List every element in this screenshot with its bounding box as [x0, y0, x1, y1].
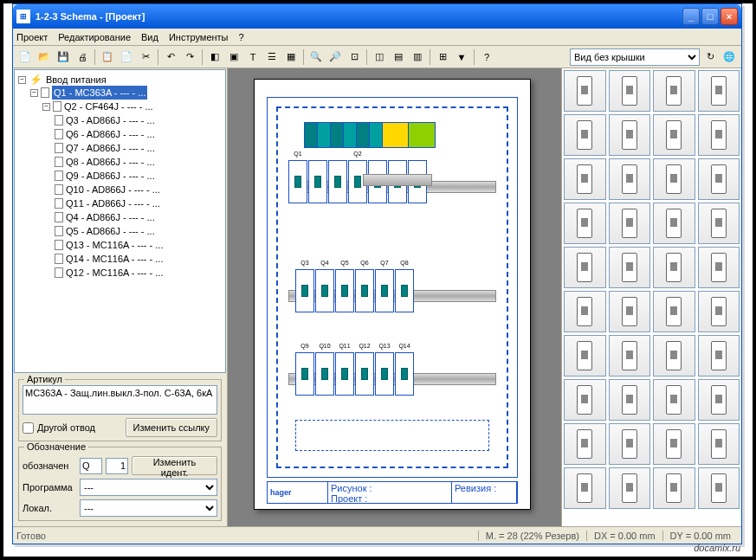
tool-e-icon[interactable]: ▤ [390, 48, 407, 66]
palette-item[interactable] [564, 423, 606, 465]
drawing-canvas[interactable]: Q1Q2 Q3Q4Q5Q6Q7Q8 Q9Q10Q11Q12Q13Q14 hage… [228, 68, 561, 526]
menu-help[interactable]: ? [239, 32, 244, 42]
tree-root-label[interactable]: Ввод питания [46, 74, 107, 85]
palette-item[interactable] [609, 291, 651, 332]
tree-item-q2[interactable]: Q2 - CF464J - --- - ... [64, 100, 153, 113]
palette-item[interactable] [564, 158, 606, 200]
tool-d-icon[interactable]: ◫ [371, 48, 388, 66]
palette-item[interactable] [653, 379, 695, 421]
palette-item[interactable] [653, 70, 695, 112]
device[interactable]: Q12 [355, 352, 374, 396]
device[interactable]: Q10 [315, 352, 334, 396]
palette-item[interactable] [653, 423, 695, 465]
tree-item[interactable]: Q9 - AD866J - --- - ... [66, 169, 155, 183]
tree-item[interactable]: Q12 - MC116A - --- - ... [66, 266, 163, 280]
palette-item[interactable] [698, 203, 740, 244]
tree-item[interactable]: Q11 - AD866J - --- - ... [66, 196, 160, 210]
palette-item[interactable] [698, 423, 740, 465]
palette-item[interactable] [564, 379, 606, 421]
palette-item[interactable] [564, 70, 606, 112]
close-button[interactable]: × [720, 8, 738, 25]
maximize-button[interactable]: □ [701, 8, 719, 25]
palette-item[interactable] [564, 467, 606, 509]
palette-item[interactable] [609, 423, 651, 465]
menu-project[interactable]: Проект [16, 32, 48, 42]
tool-a-icon[interactable]: ◧ [206, 48, 223, 66]
device[interactable]: Q6 [355, 269, 374, 312]
paste-icon[interactable]: 📄 [118, 48, 135, 66]
palette-item[interactable] [698, 291, 740, 332]
device[interactable]: Q4 [315, 269, 334, 312]
device[interactable]: Q3 [295, 269, 314, 312]
device[interactable]: Q14 [395, 352, 414, 396]
device[interactable] [328, 160, 347, 203]
tree-item[interactable]: Q7 - AD866J - --- - ... [66, 141, 155, 155]
change-link-button[interactable]: Изменить ссылку [126, 418, 217, 437]
print-icon[interactable]: 🖨 [74, 48, 91, 66]
menu-view[interactable]: Вид [141, 32, 158, 42]
palette-item[interactable] [653, 114, 695, 156]
tool-f-icon[interactable]: ▥ [409, 48, 426, 66]
zoom-fit-icon[interactable]: ⊡ [346, 48, 363, 66]
tree-item[interactable]: Q4 - AD866J - --- - ... [66, 210, 155, 224]
tree-item[interactable]: Q14 - MC116A - --- - ... [66, 252, 163, 266]
palette-item[interactable] [609, 247, 651, 288]
menu-tools[interactable]: Инструменты [169, 32, 229, 42]
designation-num-input[interactable] [106, 458, 128, 474]
palette-item[interactable] [653, 291, 695, 332]
designation-prefix-input[interactable] [80, 458, 102, 474]
palette-item[interactable] [609, 203, 651, 244]
text-icon[interactable]: T [244, 48, 262, 66]
palette-item[interactable] [653, 467, 695, 509]
tool-h-icon[interactable]: ▼ [453, 48, 470, 66]
palette-item[interactable] [609, 335, 651, 377]
globe-icon[interactable]: 🌐 [720, 48, 738, 66]
list-icon[interactable]: ☰ [263, 48, 281, 66]
view-selector[interactable]: Вид без крышки [570, 48, 700, 66]
palette-item[interactable] [698, 70, 740, 112]
program-select[interactable]: --- [80, 479, 217, 496]
device[interactable]: Q7 [375, 269, 394, 312]
project-tree[interactable]: −⚡Ввод питания −Q1 - MC363A - --- - ... … [14, 69, 226, 373]
zoom-in-icon[interactable]: 🔍 [307, 48, 325, 66]
tree-item[interactable]: Q6 - AD866J - --- - ... [66, 127, 155, 141]
palette-item[interactable] [653, 247, 695, 288]
zoom-out-icon[interactable]: 🔎 [326, 48, 344, 66]
save-icon[interactable]: 💾 [55, 48, 72, 66]
device[interactable]: Q13 [375, 352, 394, 396]
open-icon[interactable]: 📂 [36, 48, 53, 66]
redo-icon[interactable]: ↷ [181, 48, 198, 66]
device[interactable]: Q9 [295, 352, 314, 396]
tree-item[interactable]: Q8 - AD866J - --- - ... [66, 155, 155, 169]
new-icon[interactable]: 📄 [16, 48, 34, 66]
palette-item[interactable] [564, 114, 606, 156]
change-ident-button[interactable]: Изменить идент. [132, 456, 217, 475]
tree-item[interactable]: Q5 - AD866J - --- - ... [66, 224, 155, 238]
other-outlet-checkbox[interactable] [23, 422, 34, 434]
palette-item[interactable] [698, 247, 740, 288]
device[interactable]: Q8 [395, 269, 414, 312]
palette-item[interactable] [653, 335, 695, 377]
palette-item[interactable] [564, 203, 606, 244]
tool-b-icon[interactable]: ▣ [225, 48, 242, 66]
palette-item[interactable] [698, 379, 740, 421]
component-palette[interactable] [561, 68, 741, 526]
palette-item[interactable] [609, 114, 651, 156]
tool-g-icon[interactable]: ⊞ [434, 48, 451, 66]
refresh-icon[interactable]: ↻ [701, 48, 719, 66]
copy-icon[interactable]: 📋 [99, 48, 116, 66]
tree-item-q1[interactable]: Q1 - MC363A - --- - ... [52, 86, 147, 100]
palette-item[interactable] [609, 158, 651, 200]
device[interactable] [308, 160, 327, 203]
palette-item[interactable] [609, 467, 651, 509]
palette-item[interactable] [564, 335, 606, 377]
palette-item[interactable] [609, 70, 651, 112]
palette-item[interactable] [698, 158, 740, 200]
palette-item[interactable] [653, 203, 695, 244]
tool-c-icon[interactable]: ▦ [282, 48, 300, 66]
palette-item[interactable] [653, 158, 695, 200]
local-select[interactable]: --- [80, 499, 217, 517]
menu-edit[interactable]: Редактирование [58, 32, 131, 42]
palette-item[interactable] [698, 114, 740, 156]
tree-item[interactable]: Q3 - AD866J - --- - ... [66, 113, 155, 127]
